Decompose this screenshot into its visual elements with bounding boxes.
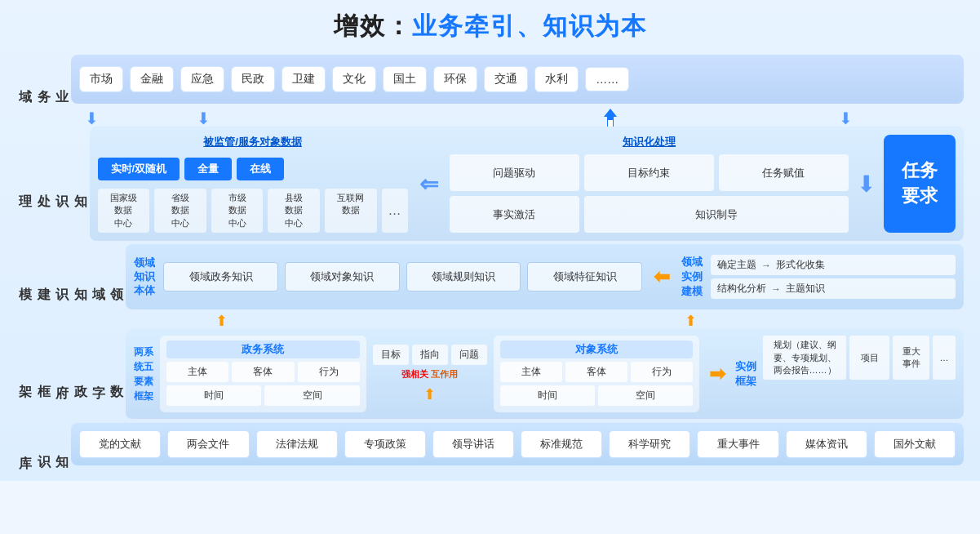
up-arrow-1-icon: ⬆ (215, 312, 228, 330)
kp-tag-1: 全量 (184, 158, 232, 180)
kp-left-title: 被监管/服务对象数据 (98, 135, 408, 149)
kp-right-title: 知识化处理 (450, 135, 849, 149)
gov-instance-item-0: 规划（建议、纲要、专项规划、两会报告……） (763, 336, 847, 380)
kb-item-1: 两会文件 (167, 430, 249, 458)
gov-obj-system-box: 对象系统 主体 客体 行为 时间 空间 (494, 336, 699, 412)
kb-layer-label: 知识库 (16, 423, 71, 465)
business-layer-label: 业务域 (16, 55, 71, 104)
business-item-7: 环保 (433, 66, 477, 92)
gov-sys-cell-1: 客体 (232, 362, 294, 382)
domain-item-3: 领域特征知识 (527, 262, 642, 291)
gov-obj-cell-1: 客体 (565, 362, 627, 382)
gov-system-box: 政务系统 主体 客体 行为 时间 空间 (160, 336, 366, 412)
down-arrow-4: ⬇ (839, 109, 853, 128)
business-item-1: 金融 (130, 66, 174, 92)
title-prefix: 增效： (334, 12, 412, 39)
business-item-5: 文化 (332, 66, 376, 92)
kp-down-arrow-area: ⬇ (857, 135, 876, 233)
gov-obj-cell-0: 主体 (500, 362, 562, 382)
domain-item-2: 领域规则知识 (406, 262, 521, 291)
business-item-3: 民政 (231, 66, 275, 92)
main-title: 增效：业务牵引、知识为本 (16, 10, 964, 43)
gov-layer: 两系统五要素框架 政务系统 主体 客体 行为 时间 空间 目标 指向 (126, 329, 964, 419)
business-item-2: 应急 (180, 66, 224, 92)
kp-down-arrow-icon: ⬇ (857, 171, 876, 198)
gov-sys-cell-2: 行为 (298, 362, 360, 382)
kb-item-8: 媒体资讯 (786, 430, 867, 458)
gov-instance-item-2: 重大事件 (893, 336, 929, 380)
domain-instance-row-0: 确定主题 → 形式化收集 (711, 255, 956, 275)
gov-five-elements-label: 两系统五要素框架 (134, 336, 153, 412)
gov-sys-cell-0: 主体 (166, 362, 228, 382)
gov-target-area: 目标 指向 问题 强相关 互作用 ⬆ (373, 336, 487, 412)
kp-right-grid: 问题驱动 目标约束 任务赋值 事实激活 知识制导 (450, 154, 849, 233)
domain-instance-grid: 确定主题 → 形式化收集 结构化分析 → 主题知识 (711, 255, 956, 299)
down-arrow-1: ⬇ (85, 109, 99, 128)
kb-layer: 党的文献 两会文件 法律法规 专项政策 领导讲话 标准规范 科学研究 重大事件 … (71, 423, 964, 465)
gov-obj-cell-3: 时间 (500, 385, 595, 406)
domain-ontology: 领域知识本体 (134, 256, 155, 298)
gov-obj-row-1: 时间 空间 (500, 385, 693, 406)
domain-item-0: 领域政务知识 (163, 262, 278, 291)
kb-item-2: 法律法规 (256, 430, 338, 458)
kb-item-0: 党的文献 (79, 430, 161, 458)
gov-target-1: 指向 (412, 345, 448, 365)
gov-sys-row-1: 时间 空间 (166, 385, 359, 406)
kp-data-2: 市级数据中心 (211, 189, 264, 233)
kp-data-3: 县级数据中心 (268, 189, 320, 233)
domain-inst-text-1: 形式化收集 (776, 258, 825, 272)
gov-obj-cell-2: 行为 (631, 362, 693, 382)
arrow-icon-1: → (771, 283, 781, 295)
kb-item-7: 重大事件 (697, 430, 778, 458)
kp-left: 被监管/服务对象数据 实时/双随机 全量 在线 国家级数据中心 省级数据中心 市… (98, 135, 408, 233)
kp-tags-row: 实时/双随机 全量 在线 (98, 158, 408, 180)
business-layer-wrapper: 业务域 市场 金融 应急 民政 卫建 文化 国土 环保 交通 水利 …… (16, 55, 964, 104)
domain-layer-label: 领域知识建模 (16, 244, 126, 309)
kb-item-5: 标准规范 (521, 430, 602, 458)
kb-layer-wrapper: 知识库 党的文献 两会文件 法律法规 专项政策 领导讲话 标准规范 科学研究 重… (16, 423, 964, 465)
gov-arrow-right-icon: ➡ (706, 336, 729, 412)
task-box: 任务要求 (884, 135, 956, 233)
domain-layer: 领域知识本体 领域政务知识 领域对象知识 领域规则知识 领域特征知识 ⬅ 领域实… (126, 244, 964, 309)
business-item-0: 市场 (79, 66, 123, 92)
business-item-8: 交通 (484, 66, 528, 92)
gov-strong-label: 强相关 互作用 (401, 368, 458, 380)
knowledge-layer: 被监管/服务对象数据 实时/双随机 全量 在线 国家级数据中心 省级数据中心 市… (90, 127, 964, 241)
business-layer: 市场 金融 应急 民政 卫建 文化 国土 环保 交通 水利 …… (71, 55, 964, 104)
up-arrows-area: ⬆ ⬆ (52, 313, 964, 329)
arrows-1: ⬇ ⬇ ⬇ (52, 107, 964, 127)
arrow-icon-0: → (761, 260, 771, 271)
domain-instance-area: 领域实例建模 (681, 255, 703, 299)
kp-right-cell-0: 问题驱动 (450, 154, 579, 191)
page-wrapper: 增效：业务牵引、知识为本 业务域 市场 金融 应急 民政 卫建 文化 国土 环保… (0, 0, 980, 481)
gov-layer-label: 数字政府框架 (16, 329, 126, 419)
gov-obj-row-0: 主体 客体 行为 (500, 362, 693, 382)
kp-right-cell-1: 目标约束 (584, 154, 714, 191)
gov-target-2: 问题 (451, 345, 487, 365)
gov-obj-system-title: 对象系统 (500, 340, 693, 358)
kp-equals-arrow: ⇐ (416, 135, 441, 233)
gov-sys-row-0: 主体 客体 行为 (166, 362, 359, 382)
kb-item-4: 领导讲话 (432, 430, 514, 458)
gov-target-0: 目标 (373, 345, 409, 365)
house-down-arrow-icon (602, 109, 619, 128)
domain-instance-row-1: 结构化分析 → 主题知识 (711, 278, 956, 299)
kp-right-cell-3: 事实激活 (450, 196, 579, 233)
gov-target-row: 目标 指向 问题 (373, 345, 487, 365)
business-item-9: 水利 (534, 66, 579, 92)
gov-instance-item-3: … (933, 336, 956, 380)
business-item-10: …… (585, 67, 629, 91)
gov-sys-cell-4: 空间 (264, 385, 359, 406)
domain-item-1: 领域对象知识 (285, 262, 400, 291)
gov-instance-frame-label: 实例框架 (735, 336, 756, 412)
kb-item-3: 专项政策 (344, 430, 426, 458)
domain-items: 领域政务知识 领域对象知识 领域规则知识 领域特征知识 (163, 262, 642, 291)
gov-obj-cell-4: 空间 (598, 385, 693, 406)
kp-right: 知识化处理 问题驱动 目标约束 任务赋值 事实激活 知识制导 (450, 135, 849, 233)
kp-right-cell-4: 知识制导 (584, 196, 849, 233)
knowledge-layer-wrapper: 知识处理 被监管/服务对象数据 实时/双随机 全量 在线 国家级数据中心 省级数… (16, 127, 964, 241)
kp-tag-2: 在线 (237, 158, 284, 180)
gov-instance-row: 规划（建议、纲要、专项规划、两会报告……） 项目 重大事件 … (763, 336, 956, 380)
gov-inner-up-arrow-icon: ⬆ (423, 385, 436, 403)
domain-inst-text-3: 主题知识 (786, 282, 825, 296)
